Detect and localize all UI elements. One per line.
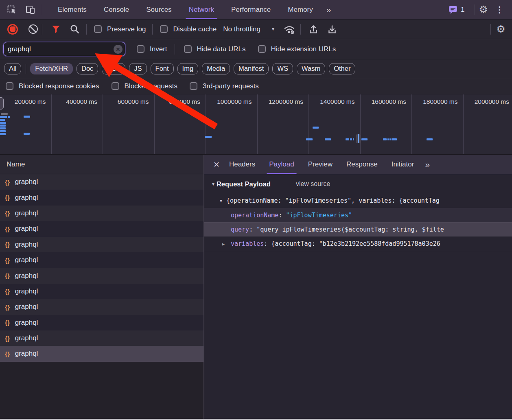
checkbox[interactable] bbox=[6, 82, 13, 90]
request-name: graphql bbox=[15, 178, 38, 186]
extra-filter-blocked-requests[interactable]: Blocked requests bbox=[112, 82, 177, 90]
table-row-request[interactable]: {}graphql bbox=[0, 315, 203, 330]
waterfall-bar bbox=[8, 116, 10, 118]
overview-tick-label: 600000 ms bbox=[118, 98, 149, 105]
more-tabs-button[interactable]: » bbox=[326, 0, 330, 19]
settings-gear-icon[interactable]: ⚙ bbox=[479, 4, 488, 15]
device-toolbar-icon[interactable] bbox=[24, 4, 37, 16]
invert-toggle[interactable]: Invert bbox=[137, 45, 167, 53]
payload-value: "query ipFlowTimeseries($accountTag: str… bbox=[256, 226, 444, 233]
detail-tab-headers[interactable]: Headers bbox=[229, 155, 255, 174]
table-row-request[interactable]: {}graphql bbox=[0, 330, 203, 346]
table-row-request[interactable]: {}graphql bbox=[0, 268, 203, 283]
hide-data-urls-checkbox[interactable] bbox=[184, 45, 192, 53]
filter-funnel-icon[interactable] bbox=[50, 23, 62, 35]
toolbar-divider-1 bbox=[42, 24, 42, 35]
clear-filter-icon[interactable]: ✕ bbox=[114, 45, 123, 54]
payload-root-line[interactable]: ▼ {operationName: "ipFlowTimeseries", va… bbox=[204, 193, 512, 208]
checkbox[interactable] bbox=[112, 82, 119, 90]
type-chip-doc[interactable]: Doc bbox=[77, 63, 98, 74]
tab-performance[interactable]: Performance bbox=[231, 0, 271, 19]
type-chip-wasm[interactable]: Wasm bbox=[297, 63, 325, 74]
export-har-icon[interactable] bbox=[326, 23, 338, 35]
throttling-dropdown[interactable]: No throttling ▼ bbox=[223, 25, 275, 33]
detail-tabbar: ✕ HeadersPayloadPreviewResponseInitiator… bbox=[204, 155, 512, 175]
collapsed-triangle-icon[interactable]: ▶ bbox=[222, 242, 231, 246]
section-expanded-triangle-icon[interactable]: ▼ bbox=[211, 182, 215, 186]
table-row-request[interactable]: {}graphql bbox=[0, 252, 203, 268]
type-chip-img[interactable]: Img bbox=[177, 63, 199, 74]
clear-network-log-button[interactable] bbox=[28, 24, 38, 34]
fetch-xhr-icon: {} bbox=[5, 225, 10, 232]
disable-cache-toggle[interactable]: Disable cache bbox=[160, 25, 217, 33]
network-overview-timeline[interactable]: 200000 ms400000 ms600000 ms800000 ms1000… bbox=[0, 94, 512, 155]
tab-console[interactable]: Console bbox=[104, 0, 129, 19]
search-icon[interactable] bbox=[68, 23, 81, 35]
tab-network[interactable]: Network bbox=[189, 0, 214, 19]
payload-entry-query[interactable]: query: "query ipFlowTimeseries($accountT… bbox=[204, 222, 512, 236]
waterfall-bar bbox=[24, 133, 30, 135]
overview-tick-label: 400000 ms bbox=[66, 98, 97, 105]
type-chip-ws[interactable]: WS bbox=[272, 63, 293, 74]
network-settings-gear-icon[interactable]: ⚙ bbox=[497, 24, 505, 34]
root-expanded-triangle-icon[interactable]: ▼ bbox=[220, 199, 222, 203]
hide-extension-urls-checkbox[interactable] bbox=[258, 45, 266, 53]
detail-tab-initiator[interactable]: Initiator bbox=[392, 155, 414, 174]
filter-input[interactable] bbox=[3, 42, 125, 56]
table-row-request[interactable]: {}graphql bbox=[0, 221, 203, 236]
type-chip-css[interactable]: CSS bbox=[102, 63, 125, 74]
fetch-xhr-icon: {} bbox=[5, 288, 10, 295]
table-row-request[interactable]: {}graphql bbox=[0, 206, 203, 221]
hide-extension-urls-toggle[interactable]: Hide extension URLs bbox=[258, 45, 336, 53]
preserve-log-label: Preserve log bbox=[107, 25, 146, 33]
network-conditions-icon[interactable] bbox=[283, 23, 295, 35]
checkbox[interactable] bbox=[190, 82, 197, 90]
hide-data-urls-toggle[interactable]: Hide data URLs bbox=[184, 45, 246, 53]
import-har-icon[interactable] bbox=[307, 23, 319, 35]
toolbar-divider-4 bbox=[300, 24, 301, 35]
type-chip-font[interactable]: Font bbox=[151, 63, 174, 74]
table-row-request[interactable]: {}graphql bbox=[0, 237, 203, 252]
payload-entry-variables[interactable]: ▶variables: {accountTag: "b12e3b2192ee55… bbox=[204, 236, 512, 251]
detail-more-tabs-button[interactable]: » bbox=[425, 155, 429, 174]
preserve-log-toggle[interactable]: Preserve log bbox=[94, 25, 146, 33]
devtools-window: ElementsConsoleSourcesNetworkPerformance… bbox=[0, 0, 512, 420]
tab-memory[interactable]: Memory bbox=[288, 0, 313, 19]
table-row-request[interactable]: {}graphql bbox=[0, 346, 203, 361]
kebab-menu-icon[interactable]: ⋮ bbox=[495, 5, 504, 14]
name-column-header[interactable]: Name bbox=[0, 155, 203, 174]
tabbar-divider bbox=[41, 4, 41, 15]
close-details-icon[interactable]: ✕ bbox=[213, 160, 220, 169]
requests-panel: Name {}graphql{}graphql{}graphql{}graphq… bbox=[0, 155, 203, 419]
disable-cache-checkbox[interactable] bbox=[160, 25, 168, 33]
extra-filter-blocked-response-cookies[interactable]: Blocked response cookies bbox=[6, 82, 99, 90]
preserve-log-checkbox[interactable] bbox=[94, 25, 102, 33]
table-row-request[interactable]: {}graphql bbox=[0, 299, 203, 315]
request-name: graphql bbox=[15, 194, 38, 202]
table-row-request[interactable]: {}graphql bbox=[0, 190, 203, 205]
detail-tab-preview[interactable]: Preview bbox=[308, 155, 333, 174]
tab-elements[interactable]: Elements bbox=[58, 0, 87, 19]
table-row-request[interactable]: {}graphql bbox=[0, 174, 203, 190]
payload-entry-operationName[interactable]: operationName: "ipFlowTimeseries" bbox=[204, 208, 512, 222]
waterfall-bar bbox=[0, 133, 6, 135]
type-chip-js[interactable]: JS bbox=[129, 63, 147, 74]
type-chip-media[interactable]: Media bbox=[202, 63, 230, 74]
record-network-log-button[interactable] bbox=[7, 24, 18, 35]
type-chip-other[interactable]: Other bbox=[329, 63, 355, 74]
type-chip-all[interactable]: All bbox=[4, 63, 21, 74]
detail-tab-response[interactable]: Response bbox=[346, 155, 378, 174]
tab-sources[interactable]: Sources bbox=[146, 0, 171, 19]
payload-entries: operationName: "ipFlowTimeseries"query: … bbox=[204, 208, 512, 251]
request-name: graphql bbox=[15, 350, 38, 358]
issues-button[interactable]: 1 bbox=[449, 5, 464, 14]
table-row-request[interactable]: {}graphql bbox=[0, 284, 203, 299]
waterfall-bar bbox=[0, 125, 6, 127]
view-source-link[interactable]: view source bbox=[296, 180, 330, 188]
type-chip-manifest[interactable]: Manifest bbox=[234, 63, 269, 74]
type-chip-fetch-xhr[interactable]: Fetch/XHR bbox=[30, 63, 73, 74]
detail-tab-payload[interactable]: Payload bbox=[269, 155, 294, 174]
extra-filter-3rd-party-requests[interactable]: 3rd-party requests bbox=[190, 82, 259, 90]
inspect-element-icon[interactable] bbox=[6, 4, 18, 16]
invert-checkbox[interactable] bbox=[137, 45, 144, 53]
